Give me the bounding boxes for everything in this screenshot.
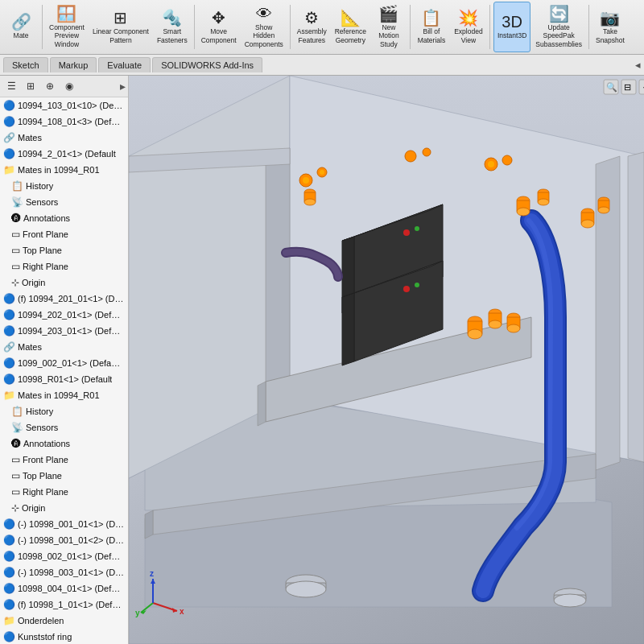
tree-item-item-10994-203[interactable]: 🔵10994_203_01<1> (Default — [0, 323, 128, 339]
tree-item-item-minus-10998-001-1[interactable]: 🔵(-) 10998_001_01<1> (Defa — [0, 516, 128, 532]
toolbar-item-instant3d[interactable]: 3DInstant3D — [493, 2, 530, 52]
tree-item-item-10994-202[interactable]: 🔵10994_202_01<1> (Default — [0, 307, 128, 323]
tree-item-item-onderdelen[interactable]: 📁Onderdelen — [0, 613, 128, 629]
toolbar-item-update-speedpak[interactable]: 🔄Update SpeedPak Subassemblies — [532, 2, 585, 52]
panel-collapse-arrow[interactable]: ▸ — [120, 80, 126, 93]
tree-item-item-mates-2[interactable]: 🔗Mates — [0, 339, 128, 355]
tree-icon-item-right-plane-2: ▭ — [11, 485, 20, 499]
tree-item-item-mates-in-10994[interactable]: 📁Mates in 10994_R01 — [0, 162, 128, 178]
svg-point-50 — [468, 329, 482, 339]
tree-item-item-kunststof-ring[interactable]: 🔵Kunststof ring — [0, 629, 128, 644]
tree-item-item-mates-in-10994-r01[interactable]: 📁Mates in 10994_R01 — [0, 387, 128, 403]
update-speedpak-label: Update SpeedPak Subassemblies — [535, 23, 582, 48]
tree-item-item-annotations-1[interactable]: 🅐Annotations — [0, 210, 128, 226]
toolbar-item-component-preview-window[interactable]: 🪟Component Preview Window — [46, 2, 88, 52]
tree-icon-item-mates-2: 🔗 — [3, 340, 15, 354]
tree-item-item-mates-1[interactable]: 🔗Mates — [0, 130, 128, 146]
exploded-view-label: Exploded View — [454, 27, 482, 43]
toolbar-item-smart-fasteners[interactable]: 🔩Smart Fasteners — [154, 2, 191, 52]
toolbar-item-mate[interactable]: 🔗Mate — [3, 2, 39, 52]
svg-text:⊟: ⊟ — [624, 82, 631, 92]
svg-point-22 — [403, 286, 410, 292]
tree-item-item-origin-2[interactable]: ⊹Origin — [0, 500, 128, 516]
tab-markup[interactable]: Markup — [50, 57, 97, 72]
tree-icon-item-minus-10998-001-2: 🔵 — [3, 533, 15, 547]
tree-label-item-10994-108: 10994_108_01<3> (Default — [18, 115, 125, 129]
tab-evaluate[interactable]: Evaluate — [98, 57, 151, 72]
tree-label-item-minus-10998-001-1: (-) 10998_001_01<1> (Defa — [18, 518, 125, 531]
expand-icon[interactable]: ◂ — [635, 59, 641, 71]
mate-icon: 🔗 — [11, 14, 31, 30]
tree-icon-item-10994-202: 🔵 — [3, 308, 15, 322]
tree-item-item-history-1[interactable]: 📋History — [0, 178, 128, 194]
toolbar-item-assembly-features[interactable]: ⚙Assembly Features — [294, 2, 330, 52]
assembly-features-label: Assembly Features — [297, 27, 327, 43]
tree-icon-item-annotations-2: 🅐 — [11, 436, 21, 451]
tree-item-item-sensors-1[interactable]: 📡Sensors — [0, 194, 128, 210]
tree-icon-item-10998-004: 🔵 — [3, 581, 15, 596]
panel-icon-crosshair[interactable]: ⊕ — [41, 77, 59, 95]
tree-item-item-front-plane-2[interactable]: ▭Front Plane — [0, 452, 128, 468]
tree-item-item-10998-004[interactable]: 🔵10998_004_01<1> (Default — [0, 580, 128, 597]
panel-icon-grid-view[interactable]: ⊞ — [22, 77, 39, 95]
tree-item-item-10998-r01[interactable]: 🔵10998_R01<1> (Default — [0, 371, 128, 387]
toolbar-item-take-snapshot[interactable]: 📷Take Snapshot — [592, 2, 628, 52]
tree-label-item-right-plane-1: Right Plane — [23, 260, 68, 274]
tree-item-item-front-plane-1[interactable]: ▭Front Plane — [0, 226, 128, 242]
tree-item-item-top-plane-2[interactable]: ▭Top Plane — [0, 468, 128, 484]
show-hidden-components-label: Show Hidden Components — [245, 23, 283, 48]
tree-item-item-top-plane-1[interactable]: ▭Top Plane — [0, 242, 128, 258]
tabs-right-controls: ◂ — [635, 59, 641, 71]
reference-geometry-icon: 📐 — [341, 10, 361, 26]
toolbar-divider — [588, 5, 589, 49]
panel-icon-circle-view[interactable]: ◉ — [60, 77, 78, 95]
tree-label-item-mates-in-10994: Mates in 10994_R01 — [18, 163, 100, 177]
3d-viewport[interactable]: x y z 🔍 ⊟ ↔ — [129, 76, 644, 644]
toolbar-item-reference-geometry[interactable]: 📐Reference Geometry — [332, 2, 369, 52]
tree-item-item-minus-10998-003[interactable]: 🔵(-) 10998_003_01<1> (Defa — [0, 564, 128, 580]
svg-marker-8 — [628, 152, 644, 462]
toolbar-item-exploded-view[interactable]: 💥Exploded View — [451, 2, 486, 52]
tree-label-item-history-2: History — [26, 405, 53, 419]
tree-item-item-f-10998-1[interactable]: 🔵(f) 10998_1_01<1> (Default — [0, 597, 128, 613]
tree-icon-item-f-10998-1: 🔵 — [3, 597, 15, 612]
toolbar-item-move-component[interactable]: ✥Move Component — [198, 2, 240, 52]
tree-item-item-history-2[interactable]: 📋History — [0, 403, 128, 419]
component-preview-window-label: Component Preview Window — [49, 23, 85, 48]
tree-item-item-right-plane-2[interactable]: ▭Right Plane — [0, 484, 128, 500]
tree-label-item-10998-004: 10998_004_01<1> (Default — [18, 582, 125, 596]
toolbar-item-show-hidden-components[interactable]: 👁Show Hidden Components — [242, 2, 287, 52]
tree-label-item-top-plane-2: Top Plane — [23, 469, 62, 483]
tab-sketch[interactable]: Sketch — [3, 57, 48, 72]
svg-point-29 — [488, 161, 494, 167]
svg-marker-6 — [266, 148, 290, 406]
tree-item-item-10994-108[interactable]: 🔵10994_108_01<3> (Default — [0, 114, 128, 130]
toolbar-divider — [42, 5, 43, 49]
tree-icon-item-top-plane-1: ▭ — [11, 243, 20, 258]
toolbar-item-linear-component-pattern[interactable]: ⊞Linear Component Pattern — [89, 2, 152, 52]
svg-point-31 — [405, 151, 416, 162]
tree-item-item-annotations-2[interactable]: 🅐Annotations — [0, 436, 128, 452]
tree-item-item-minus-10998-001-2[interactable]: 🔵(-) 10998_001_01<2> (Defa — [0, 532, 128, 548]
tree-label-item-10994-2: 10994_2_01<1> (Default — [18, 147, 116, 161]
panel-icon-list-view[interactable]: ☰ — [2, 77, 20, 95]
tree-label-item-10998-r01: 10998_R01<1> (Default — [18, 373, 112, 386]
tree-label-item-kunststof-ring: Kunststof ring — [18, 630, 72, 644]
toolbar-item-bill-of-materials[interactable]: 📋Bill of Materials — [414, 2, 449, 52]
tree-item-item-10998-002[interactable]: 🔵10998_002_01<1> (Default — [0, 548, 128, 564]
toolbar-item-new-motion-study[interactable]: 🎬New Motion Study — [371, 2, 407, 52]
svg-text:x: x — [180, 607, 184, 616]
tree-item-item-f-10994-201[interactable]: 🔵(f) 10994_201_01<1> (Defa — [0, 291, 128, 307]
tree-icon-item-1099-002: 🔵 — [3, 356, 15, 370]
tree-item-item-right-plane-1[interactable]: ▭Right Plane — [0, 258, 128, 275]
svg-point-32 — [423, 148, 431, 156]
tree-label-item-annotations-1: Annotations — [23, 212, 70, 225]
tree-item-item-sensors-2[interactable]: 📡Sensors — [0, 419, 128, 436]
svg-point-35 — [304, 199, 316, 205]
tab-solidworks-addins[interactable]: SOLIDWORKS Add-Ins — [152, 57, 262, 72]
tree-item-item-1099-002[interactable]: 🔵1099_002_01<1> (Default< — [0, 355, 128, 371]
tree-item-item-origin-1[interactable]: ⊹Origin — [0, 275, 128, 291]
tree-item-item-10994-103[interactable]: 🔵10994_103_01<10> (Defaul — [0, 97, 128, 114]
tree-item-item-10994-2[interactable]: 🔵10994_2_01<1> (Default — [0, 146, 128, 162]
tree-icon-item-right-plane-1: ▭ — [11, 259, 20, 274]
